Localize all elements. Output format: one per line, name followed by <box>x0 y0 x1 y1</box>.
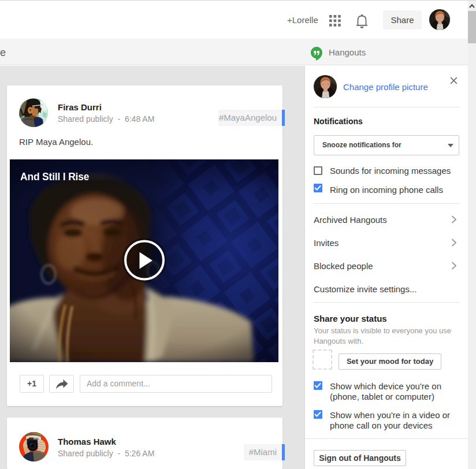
svg-text:And Still I Rise: And Still I Rise <box>20 171 90 183</box>
